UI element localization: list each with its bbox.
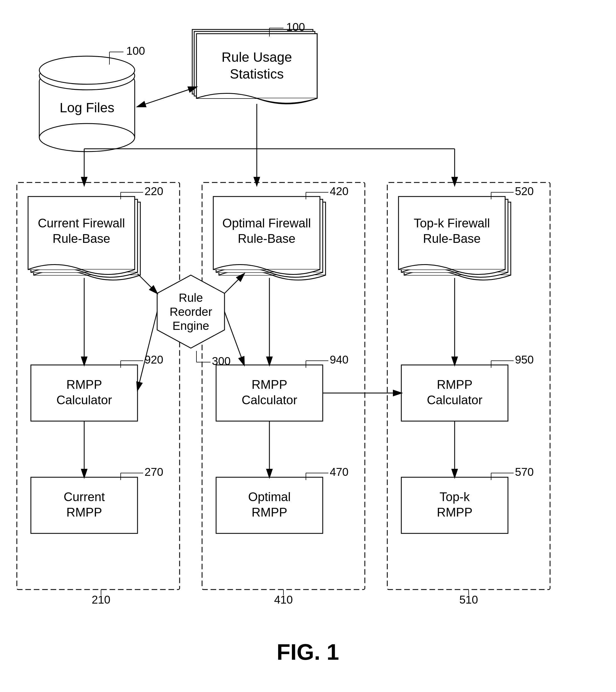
figure-label: FIG. 1: [277, 640, 339, 665]
svg-line-77: [137, 274, 157, 294]
topk-firewall-rulebase-label: Top-k Firewall: [414, 216, 490, 230]
ref-270: 270: [145, 466, 163, 478]
svg-line-18: [137, 87, 196, 107]
svg-text:RMPP: RMPP: [437, 505, 472, 519]
svg-text:Statistics: Statistics: [230, 67, 284, 81]
rmpp-calc-940-label: RMPP: [251, 377, 287, 391]
ref-100a: 100: [126, 45, 145, 57]
ref-510: 510: [459, 593, 478, 606]
diagram-container: Log Files Rule Usage Statistics 100 100: [0, 0, 616, 692]
ref-950: 950: [515, 353, 534, 366]
optimal-firewall-rulebase-label: Optimal Firewall: [222, 216, 311, 230]
current-firewall-rulebase-label: Current Firewall: [38, 216, 125, 230]
svg-text:Rule-Base: Rule-Base: [238, 232, 295, 245]
rule-usage-stats-label: Rule Usage: [222, 50, 292, 65]
ref-570: 570: [515, 466, 534, 478]
svg-line-79: [137, 311, 157, 390]
log-files-label: Log Files: [60, 100, 114, 115]
svg-text:Calculator: Calculator: [57, 393, 112, 407]
topk-rmpp-label: Top-k: [439, 490, 470, 504]
ref-920: 920: [145, 353, 163, 366]
svg-text:Rule-Base: Rule-Base: [52, 232, 110, 245]
svg-text:Reorder: Reorder: [170, 305, 212, 318]
svg-text:RMPP: RMPP: [251, 505, 287, 519]
svg-point-6: [39, 124, 135, 152]
ref-470: 470: [330, 466, 349, 478]
svg-text:Engine: Engine: [173, 319, 210, 332]
ref-100b: 100: [286, 21, 305, 33]
svg-text:Calculator: Calculator: [242, 393, 297, 407]
ref-940: 940: [330, 353, 349, 366]
svg-line-87: [224, 274, 244, 294]
ref-210: 210: [92, 593, 111, 606]
svg-text:Calculator: Calculator: [427, 393, 482, 407]
ref-220: 220: [145, 185, 163, 197]
optimal-rmpp-label: Optimal: [248, 490, 291, 504]
svg-point-8: [39, 56, 135, 84]
svg-text:RMPP: RMPP: [66, 505, 102, 519]
svg-rect-12: [196, 34, 317, 98]
current-rmpp-label: Current: [64, 490, 105, 504]
rmpp-calc-920-label: RMPP: [66, 377, 102, 391]
ref-420: 420: [330, 185, 349, 197]
rmpp-calc-950-label: RMPP: [437, 377, 472, 391]
svg-text:Rule-Base: Rule-Base: [423, 232, 481, 245]
ref-520: 520: [515, 185, 534, 197]
ref-410: 410: [274, 593, 293, 606]
rule-reorder-engine-label: Rule: [179, 291, 203, 304]
